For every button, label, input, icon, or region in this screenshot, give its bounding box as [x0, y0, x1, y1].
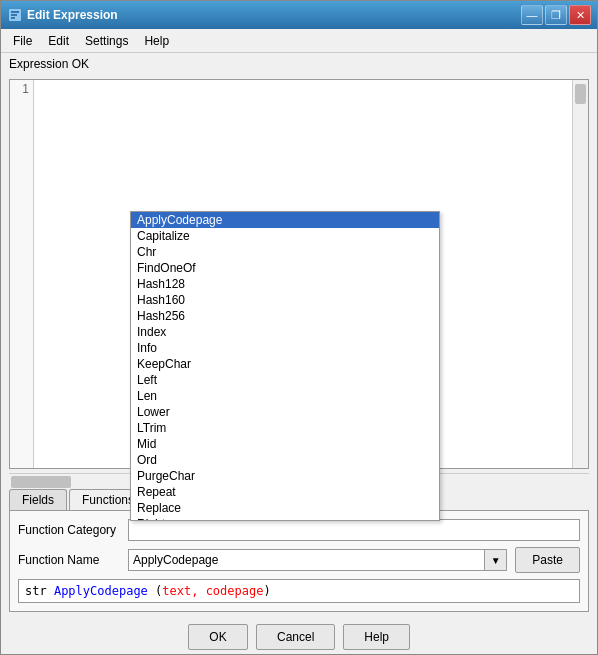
- window-title: Edit Expression: [27, 8, 521, 22]
- list-item[interactable]: Repeat: [131, 484, 439, 500]
- list-item[interactable]: Left: [131, 372, 439, 388]
- list-item[interactable]: FindOneOf: [131, 260, 439, 276]
- status-bar: Expression OK: [1, 53, 597, 75]
- close-button[interactable]: ✕: [569, 5, 591, 25]
- title-bar: Edit Expression — ❐ ✕: [1, 1, 597, 29]
- menu-file[interactable]: File: [5, 32, 40, 50]
- menu-bar: File Edit Settings Help: [1, 29, 597, 53]
- tab-fields[interactable]: Fields: [9, 489, 67, 510]
- menu-settings[interactable]: Settings: [77, 32, 136, 50]
- bottom-buttons: OK Cancel Help: [1, 616, 597, 654]
- sig-paren-close: ): [263, 584, 270, 598]
- list-item[interactable]: Mid: [131, 436, 439, 452]
- list-item[interactable]: Capitalize: [131, 228, 439, 244]
- bottom-section: Fields Functions ApplyCodepageCapitalize…: [9, 489, 589, 612]
- functions-panel: ApplyCodepageCapitalizeChrFindOneOfHash1…: [9, 510, 589, 612]
- list-item[interactable]: Chr: [131, 244, 439, 260]
- edit-expression-window: Edit Expression — ❐ ✕ File Edit Settings…: [0, 0, 598, 655]
- sig-params: text, codepage: [162, 584, 263, 598]
- scrollbar-thumb-v: [575, 84, 586, 104]
- help-button[interactable]: Help: [343, 624, 410, 650]
- list-item[interactable]: Hash256: [131, 308, 439, 324]
- list-item[interactable]: Info: [131, 340, 439, 356]
- function-dropdown-list[interactable]: ApplyCodepageCapitalizeChrFindOneOfHash1…: [130, 211, 440, 521]
- function-name-field[interactable]: [128, 549, 485, 571]
- line-numbers: 1: [10, 80, 34, 468]
- function-name-dropdown-btn[interactable]: ▼: [485, 549, 507, 571]
- list-item[interactable]: KeepChar: [131, 356, 439, 372]
- ok-button[interactable]: OK: [188, 624, 248, 650]
- list-item[interactable]: Replace: [131, 500, 439, 516]
- vertical-scrollbar[interactable]: [572, 80, 588, 468]
- list-item[interactable]: Hash160: [131, 292, 439, 308]
- list-item[interactable]: Lower: [131, 404, 439, 420]
- list-item[interactable]: Hash128: [131, 276, 439, 292]
- cancel-button[interactable]: Cancel: [256, 624, 335, 650]
- list-item[interactable]: Index: [131, 324, 439, 340]
- list-item[interactable]: Right: [131, 516, 439, 521]
- list-item[interactable]: LTrim: [131, 420, 439, 436]
- function-category-row: Function Category: [18, 519, 580, 541]
- sig-paren-open: (: [148, 584, 162, 598]
- minimize-button[interactable]: —: [521, 5, 543, 25]
- list-item[interactable]: Ord: [131, 452, 439, 468]
- signature-box: str ApplyCodepage (text, codepage): [18, 579, 580, 603]
- function-name-label: Function Name: [18, 553, 128, 567]
- scrollbar-thumb-h: [11, 476, 71, 488]
- title-buttons: — ❐ ✕: [521, 5, 591, 25]
- paste-button[interactable]: Paste: [515, 547, 580, 573]
- list-item[interactable]: PurgeChar: [131, 468, 439, 484]
- list-item[interactable]: Len: [131, 388, 439, 404]
- sig-name: ApplyCodepage: [54, 584, 148, 598]
- function-name-row: Function Name ▼ Paste: [18, 547, 580, 573]
- window-icon: [7, 7, 23, 23]
- restore-button[interactable]: ❐: [545, 5, 567, 25]
- line-number-1: 1: [14, 82, 29, 96]
- menu-help[interactable]: Help: [136, 32, 177, 50]
- sig-type: str: [25, 584, 54, 598]
- function-category-input[interactable]: [128, 519, 580, 541]
- function-name-select-wrapper: ▼: [128, 549, 507, 571]
- menu-edit[interactable]: Edit: [40, 32, 77, 50]
- list-item[interactable]: ApplyCodepage: [131, 212, 439, 228]
- function-category-label: Function Category: [18, 523, 128, 537]
- status-text: Expression OK: [9, 57, 89, 71]
- main-content: 1 Fields Functions ApplyCo: [1, 75, 597, 616]
